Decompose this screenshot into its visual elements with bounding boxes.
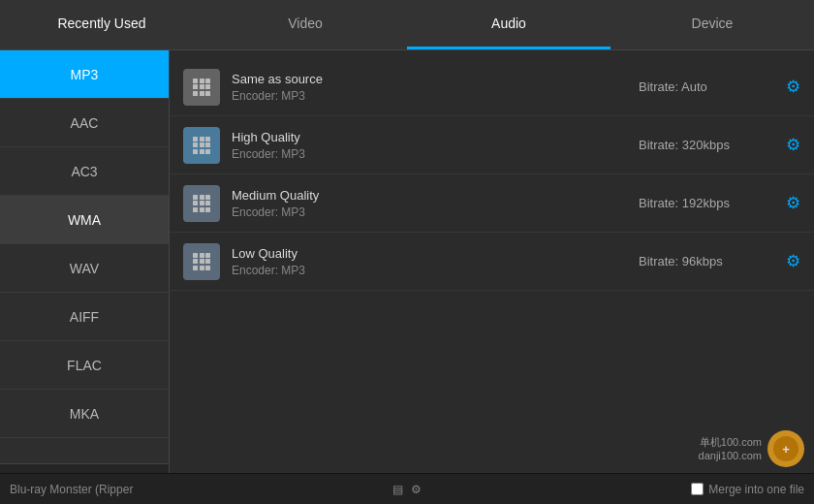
watermark-line1: 单机100.com: [699, 435, 762, 449]
preset-row-high-quality[interactable]: High Quality Encoder: MP3 Bitrate: 320kb…: [170, 116, 814, 174]
bottom-bar-right: Merge into one file: [422, 483, 804, 496]
bottom-icon-film: ▤: [392, 483, 403, 496]
tab-recently-used[interactable]: Recently Used: [0, 0, 204, 49]
preset-bitrate-medium-quality: Bitrate: 192kbps: [639, 196, 774, 210]
sidebar-list: MP3 AAC AC3 WMA WAV AIFF FLAC MKA: [0, 50, 169, 463]
preset-encoder-low-quality: Encoder: MP3: [232, 264, 639, 277]
top-tab-bar: Recently Used Video Audio Device: [0, 0, 814, 50]
preset-settings-same-as-source[interactable]: ⚙: [786, 77, 800, 97]
preset-icon-medium-quality: [183, 185, 220, 222]
preset-info-low-quality: Low Quality Encoder: MP3: [232, 246, 639, 277]
watermark-circle: +: [767, 430, 804, 467]
merge-label: Merge into one file: [708, 483, 804, 496]
main-layout: MP3 AAC AC3 WMA WAV AIFF FLAC MKA: [0, 50, 814, 504]
preset-encoder-same-as-source: Encoder: MP3: [232, 89, 639, 103]
preset-icon-same-as-source: [183, 69, 220, 106]
bottom-bar-center: ▤ ⚙: [392, 483, 422, 496]
preset-icon-high-quality: [183, 127, 220, 164]
preset-info-medium-quality: Medium Quality Encoder: MP3: [232, 188, 639, 219]
preset-bitrate-low-quality: Bitrate: 96kbps: [639, 254, 774, 268]
grid-icon: [193, 79, 210, 96]
merge-checkbox-container[interactable]: Merge into one file: [691, 483, 804, 496]
sidebar-item-wma[interactable]: WMA: [0, 196, 169, 244]
preset-row-medium-quality[interactable]: Medium Quality Encoder: MP3 Bitrate: 192…: [170, 174, 814, 233]
sidebar-item-flac[interactable]: FLAC: [0, 341, 169, 390]
preset-icon-low-quality: [183, 243, 220, 280]
preset-encoder-high-quality: Encoder: MP3: [232, 147, 639, 161]
bottom-bar: Blu-ray Monster (Ripper ▤ ⚙ Merge into o…: [0, 473, 814, 504]
watermark-line2: danji100.com: [699, 449, 762, 462]
preset-info-same-as-source: Same as source Encoder: MP3: [232, 72, 639, 103]
preset-name-medium-quality: Medium Quality: [232, 188, 639, 203]
tab-audio[interactable]: Audio: [407, 0, 610, 49]
sidebar: MP3 AAC AC3 WMA WAV AIFF FLAC MKA: [0, 50, 170, 504]
grid-icon-l: [193, 253, 210, 270]
preset-name-high-quality: High Quality: [232, 130, 639, 144]
preset-settings-medium-quality[interactable]: ⚙: [786, 193, 800, 213]
sidebar-item-ac3[interactable]: AC3: [0, 147, 169, 196]
preset-bitrate-same-as-source: Bitrate: Auto: [639, 79, 774, 94]
sidebar-item-aiff[interactable]: AIFF: [0, 293, 169, 341]
tab-device[interactable]: Device: [610, 0, 814, 49]
merge-checkbox[interactable]: [691, 483, 704, 495]
preset-encoder-medium-quality: Encoder: MP3: [232, 205, 639, 219]
sidebar-item-mka[interactable]: MKA: [0, 390, 169, 438]
sidebar-item-aac[interactable]: AAC: [0, 99, 169, 147]
preset-settings-low-quality[interactable]: ⚙: [786, 251, 800, 271]
sidebar-item-mp3[interactable]: MP3: [0, 50, 169, 99]
preset-bitrate-high-quality: Bitrate: 320kbps: [639, 138, 774, 152]
grid-icon-m: [193, 195, 210, 212]
grid-icon-h: [193, 137, 210, 154]
preset-info-high-quality: High Quality Encoder: MP3: [232, 130, 639, 161]
watermark-text: 单机100.com danji100.com: [699, 435, 762, 463]
watermark-circle-inner: +: [773, 436, 798, 461]
tab-video[interactable]: Video: [204, 0, 407, 49]
bottom-icon-settings[interactable]: ⚙: [411, 483, 422, 496]
preset-row-same-as-source[interactable]: Same as source Encoder: MP3 Bitrate: Aut…: [170, 58, 814, 116]
preset-settings-high-quality[interactable]: ⚙: [786, 135, 800, 155]
preset-name-low-quality: Low Quality: [232, 246, 639, 261]
sidebar-item-wav[interactable]: WAV: [0, 244, 169, 293]
watermark: 单机100.com danji100.com +: [699, 430, 804, 467]
preset-name-same-as-source: Same as source: [232, 72, 639, 86]
bottom-bar-app-label: Blu-ray Monster (Ripper: [10, 483, 392, 496]
preset-row-low-quality[interactable]: Low Quality Encoder: MP3 Bitrate: 96kbps…: [170, 233, 814, 291]
